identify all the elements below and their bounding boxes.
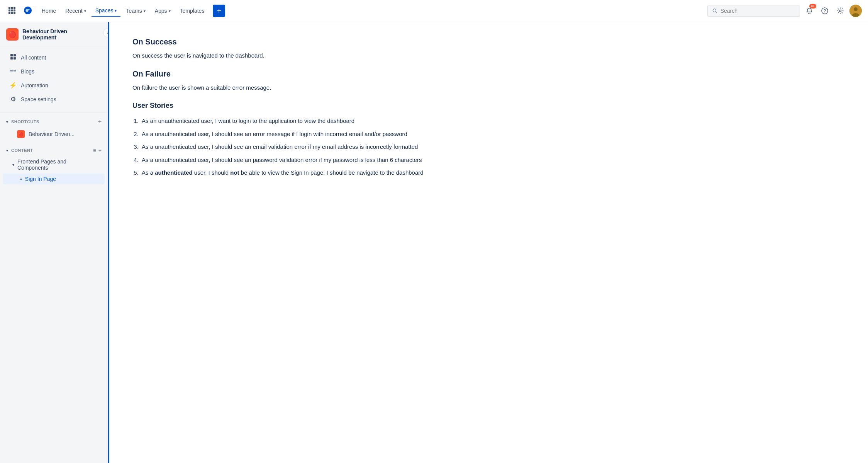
story-5: As a authenticated user, I should not be… (140, 168, 845, 178)
automation-icon: ⚡ (9, 82, 17, 89)
nav-home[interactable]: Home (38, 5, 60, 16)
story-5-mid: user, I should (193, 169, 231, 176)
space-header: 🔴 Behaviour Driven Development (0, 22, 108, 47)
avatar-image (849, 5, 862, 17)
on-success-heading: On Success (132, 37, 845, 46)
shortcut-bdd[interactable]: 🔴 Behaviour Driven... (3, 128, 105, 140)
create-button[interactable]: + (213, 5, 225, 17)
shortcut-bdd-label: Behaviour Driven... (29, 131, 75, 137)
frontend-pages-label: Frontend Pages and Components (17, 158, 98, 171)
svg-rect-3 (8, 9, 10, 11)
sidebar-item-automation[interactable]: ⚡ Automation (3, 78, 105, 92)
spaces-chevron-icon (115, 9, 117, 13)
svg-rect-5 (14, 9, 15, 11)
story-5-bold1: authenticated (155, 169, 193, 176)
user-stories-list: As an unauthenticated user, I want to lo… (132, 116, 845, 178)
story-2: As a unauthenticated user, I should see … (140, 129, 845, 139)
svg-rect-19 (14, 54, 16, 56)
search-icon (712, 8, 717, 14)
shortcuts-add-icon[interactable]: + (98, 118, 102, 125)
svg-rect-20 (10, 57, 13, 60)
sidebar-item-all-content[interactable]: All content (3, 51, 105, 65)
section-on-success: On Success On success the user is naviga… (132, 37, 845, 60)
svg-point-16 (854, 7, 858, 11)
section-on-failure: On Failure On failure the user is shown … (132, 70, 845, 92)
content-toggle-icon (6, 148, 8, 153)
story-5-prefix: As a (142, 169, 155, 176)
settings-button[interactable] (834, 5, 846, 17)
space-icon: 🔴 (6, 28, 19, 41)
sidebar: ‹ 🔴 Behaviour Driven Development All con… (0, 22, 108, 463)
nav-apps[interactable]: Apps (151, 5, 175, 16)
search-input[interactable] (721, 8, 795, 14)
svg-rect-8 (14, 12, 15, 14)
svg-line-11 (716, 12, 717, 13)
svg-rect-4 (11, 9, 13, 11)
teams-chevron-icon (144, 9, 146, 13)
settings-icon (837, 7, 844, 14)
on-failure-body: On failure the user is shown a suitable … (132, 83, 845, 92)
content-section-title: CONTENT (11, 148, 90, 153)
sign-in-page-label: Sign In Page (25, 176, 56, 182)
svg-rect-18 (10, 54, 13, 56)
on-success-body: On success the user is navigated to the … (132, 51, 845, 60)
story-5-suffix: be able to view the Sign In page, I shou… (239, 169, 424, 176)
shortcuts-toggle-icon (6, 120, 8, 124)
svg-rect-6 (8, 12, 10, 14)
svg-text:?: ? (824, 9, 826, 13)
nav-teams[interactable]: Teams (122, 5, 149, 16)
content-tree: Frontend Pages and Components ● Sign In … (0, 156, 108, 184)
space-name: Behaviour Driven Development (22, 28, 102, 41)
search-box[interactable] (707, 5, 800, 17)
svg-rect-0 (8, 7, 10, 9)
svg-rect-21 (14, 57, 16, 60)
help-icon: ? (821, 7, 828, 14)
space-settings-icon: ⚙ (9, 95, 17, 103)
sidebar-nav: All content ❝❝ Blogs + ⚡ Automation ⚙ Sp… (0, 47, 108, 109)
logo-icon[interactable] (22, 5, 33, 17)
space-settings-label: Space settings (21, 96, 98, 102)
sign-in-dot-icon: ● (20, 177, 22, 181)
automation-label: Automation (21, 82, 98, 89)
svg-rect-2 (14, 7, 15, 9)
content-section: CONTENT ≡ + Frontend Pages and Component… (0, 143, 108, 186)
notification-badge: 9+ (809, 4, 816, 9)
section-user-stories: User Stories As an unauthenticated user,… (132, 102, 845, 178)
story-5-bold2: not (230, 169, 239, 176)
apps-chevron-icon (169, 9, 171, 13)
shortcuts-section-title: SHORTCUTS (11, 119, 95, 124)
story-3: As a unauthenticated user, I should see … (140, 142, 845, 152)
nav-recent[interactable]: Recent (61, 5, 90, 16)
main-content: On Success On success the user is naviga… (108, 22, 868, 463)
recent-chevron-icon (84, 9, 86, 13)
blogs-label: Blogs (21, 68, 91, 75)
notifications-button[interactable]: 9+ (803, 5, 815, 17)
content-section-header[interactable]: CONTENT ≡ + (0, 145, 108, 156)
sidebar-item-blogs[interactable]: ❝❝ Blogs + (3, 65, 105, 78)
all-content-label: All content (21, 54, 98, 61)
shortcuts-section: SHORTCUTS + 🔴 Behaviour Driven... (0, 112, 108, 140)
svg-rect-7 (11, 12, 13, 14)
tree-frontend-pages[interactable]: Frontend Pages and Components (3, 156, 105, 173)
shortcut-bdd-icon: 🔴 (17, 130, 25, 138)
story-4: As a unauthenticated user, I should see … (140, 155, 845, 165)
shortcuts-section-header[interactable]: SHORTCUTS + (0, 116, 108, 128)
app-layout: ‹ 🔴 Behaviour Driven Development All con… (0, 22, 868, 463)
on-failure-heading: On Failure (132, 70, 845, 78)
story-1: As an unauthenticated user, I want to lo… (140, 116, 845, 126)
user-stories-heading: User Stories (132, 102, 845, 110)
nav-spaces[interactable]: Spaces (92, 5, 121, 17)
content-add-icon[interactable]: + (98, 147, 102, 153)
svg-rect-1 (11, 7, 13, 9)
grid-icon[interactable] (6, 5, 18, 17)
user-avatar[interactable] (849, 5, 862, 17)
tree-sign-in-page[interactable]: ● Sign In Page (3, 174, 105, 184)
svg-point-14 (839, 10, 841, 12)
sidebar-item-space-settings[interactable]: ⚙ Space settings (3, 92, 105, 106)
top-navigation: Home Recent Spaces Teams Apps Templates … (0, 0, 868, 22)
content-filter-icon[interactable]: ≡ (93, 147, 96, 153)
nav-templates[interactable]: Templates (176, 5, 209, 16)
blogs-icon: ❝❝ (9, 68, 17, 75)
help-button[interactable]: ? (819, 5, 831, 17)
all-content-icon (9, 54, 17, 61)
